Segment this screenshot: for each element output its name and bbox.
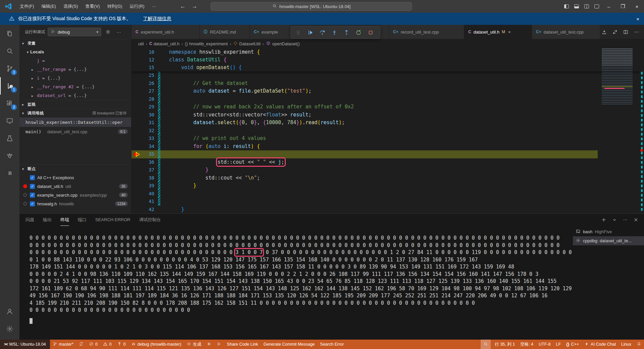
code-line[interactable]: 28 <box>131 95 644 103</box>
forward-button[interactable]: → <box>192 3 197 10</box>
scope-locals[interactable]: ▾Locals <box>19 48 131 56</box>
status-share-code-link[interactable]: Share Code Link <box>224 340 261 349</box>
status-search-error[interactable]: Search Error <box>317 340 346 349</box>
code-line[interactable]: 12class DatasetUtil { <box>131 56 644 64</box>
panel-tab-问题[interactable]: 问题 <box>25 214 34 226</box>
grip-icon[interactable] <box>293 28 304 38</box>
breadcrumb-item[interactable]: Cdataset_util.h <box>149 41 179 46</box>
plus-icon[interactable] <box>600 216 608 224</box>
status-linux[interactable]: Linux <box>619 340 634 349</box>
gutter[interactable]: 27 <box>131 87 169 95</box>
gutter[interactable]: 31 <box>131 119 169 127</box>
activity-letter-b-icon[interactable]: B <box>0 164 19 182</box>
code-line[interactable]: 30 std::vector<std::vector<float>> resul… <box>131 111 644 119</box>
gutter[interactable]: 26 <box>131 80 169 88</box>
code-editor[interactable]: 10namespace hnswlib_experiment {12class … <box>131 48 644 213</box>
step-over-icon[interactable] <box>317 28 328 38</box>
gutter[interactable]: 12 <box>131 56 169 64</box>
panel-tab-输出[interactable]: 输出 <box>43 214 52 226</box>
code-line[interactable]: 37 } <box>131 166 644 174</box>
panel-tab-调试控制台[interactable]: 调试控制台 <box>139 214 161 226</box>
section-breakpoints[interactable]: ▾断点 <box>19 164 131 173</box>
gutter[interactable]: 40 <box>131 190 169 198</box>
compare-changes-icon[interactable] <box>610 28 619 36</box>
code-line[interactable]: 41 <box>131 198 644 206</box>
menu-item[interactable]: 编辑(E) <box>38 4 60 9</box>
back-button[interactable]: ← <box>180 3 185 10</box>
toggle-secondary-sidebar-icon[interactable] <box>582 0 592 13</box>
section-watch[interactable]: ▸监视 <box>19 100 131 109</box>
menu-item[interactable]: 转到(G) <box>104 4 126 9</box>
terminal-list-item[interactable]: bashHighFive <box>573 227 644 236</box>
status-bell-icon[interactable] <box>634 340 644 349</box>
status-braces-icon[interactable]: {}C++ <box>564 340 582 349</box>
code-line[interactable]: 25 <box>131 71 644 80</box>
status-warning-icon[interactable]: 0 <box>100 340 114 349</box>
variable-row[interactable]: ▸dataset_url = {...} <box>19 91 131 100</box>
minimize-button[interactable]: – <box>602 0 616 13</box>
activity-files-icon[interactable] <box>0 25 19 42</box>
status--4[interactable]: 空格: 4 <box>518 340 536 349</box>
terminal-list-item[interactable]: cppdbg: dataset_util_te... <box>573 236 644 245</box>
minimap[interactable] <box>602 48 633 105</box>
split-editor-icon[interactable] <box>621 28 630 36</box>
restart-icon[interactable] <box>353 28 364 38</box>
activity-extensions-icon[interactable]: 3 <box>0 95 19 112</box>
status-magnifier-icon[interactable] <box>481 340 491 349</box>
variable-row[interactable]: ▸__for_range #2 = {...} <box>19 83 131 91</box>
breadcrumb-item[interactable]: DatasetUtil <box>233 41 261 47</box>
code-line[interactable]: 31 dataset.select({0, 0}, {10000, 784}).… <box>131 119 644 127</box>
panel-tab-端口[interactable]: 端口 <box>78 214 87 226</box>
status-gear-icon[interactable]: 生成 <box>184 340 204 349</box>
customize-layout-icon[interactable] <box>592 0 602 13</box>
gutter[interactable]: 39 <box>131 182 169 190</box>
status-broadcast-icon[interactable]: 0 <box>114 340 128 349</box>
continue-icon[interactable] <box>305 28 316 38</box>
gutter[interactable]: 38 <box>131 174 169 182</box>
status-utf-8[interactable]: UTF-8 <box>536 340 553 349</box>
section-variables[interactable]: ▾变量 <box>19 39 131 48</box>
status-debug-icon[interactable]: debug (hnswlib-master) <box>128 340 184 349</box>
panel-tab-SEARCH ERROR[interactable]: SEARCH ERROR <box>95 214 130 226</box>
run-below-icon[interactable] <box>600 28 608 36</box>
code-line[interactable]: 10namespace hnswlib_experiment { <box>131 48 644 56</box>
status-play-outline-icon[interactable] <box>214 340 224 349</box>
status-generate-commit-message[interactable]: Generate Commit Message <box>261 340 317 349</box>
step-into-icon[interactable] <box>329 28 340 38</box>
restore-button[interactable]: ❐ <box>616 0 630 13</box>
gutter[interactable]: 32 <box>131 127 169 135</box>
banner-close-icon[interactable]: × <box>636 16 639 22</box>
breakpoint-row[interactable]: ✓example_search.cppexamples/cpp40 <box>19 191 131 199</box>
gutter[interactable]: 15 <box>131 64 169 71</box>
breakpoint-row[interactable]: ✓dataset_util.hutil35 <box>19 182 131 191</box>
menu-item[interactable]: 文件(F) <box>16 4 38 9</box>
activity-search-icon[interactable] <box>0 42 19 60</box>
gutter[interactable]: 36 <box>131 158 169 166</box>
terminal-output[interactable]: 0 0 0 0 0 0 0 0 0 0 0 0 0 0 0 0 0 0 0 0 … <box>19 226 573 340</box>
breakpoint-checkbox[interactable]: ✓ <box>30 201 35 206</box>
variable-row[interactable]: ▸i = {...} <box>19 74 131 83</box>
stack-frame-row[interactable]: hnswlib_experiment::DatasetUtil::oper <box>19 117 131 127</box>
gutter[interactable]: 25 <box>131 71 169 80</box>
menu-item[interactable]: ··· <box>148 4 160 9</box>
close-window-button[interactable]: × <box>630 0 644 13</box>
status-error-icon[interactable]: 0 <box>86 340 100 349</box>
menu-item[interactable]: 运行(R) <box>126 4 148 9</box>
gutter[interactable]: 30 <box>131 111 169 119</box>
stop-icon[interactable] <box>365 28 376 38</box>
activity-source-control-icon[interactable]: 3 <box>0 60 19 77</box>
code-line[interactable]: 38 std::cout << "\n"; <box>131 174 644 182</box>
chevron-down-icon[interactable] <box>610 216 619 224</box>
code-line[interactable]: 27 auto dataset = file.getDataSet("test"… <box>131 87 644 95</box>
command-center-search[interactable]: hnswlib-master [WSL: Ubuntu-18.04] <box>211 2 412 11</box>
close-tab-icon[interactable]: × <box>508 30 511 35</box>
more-actions-icon[interactable] <box>621 216 629 224</box>
step-out-icon[interactable] <box>341 28 352 38</box>
activity-run-debug-icon[interactable]: 1 <box>0 77 19 95</box>
activity-remote-explorer-icon[interactable] <box>0 112 19 130</box>
gutter[interactable]: 37 <box>131 166 169 174</box>
gutter[interactable]: 10 <box>131 48 169 56</box>
status-lf[interactable]: LF <box>553 340 564 349</box>
tab-record-util-test-cpp[interactable]: C+record_util_test.cpp <box>389 25 464 39</box>
gutter[interactable]: 42 <box>131 206 169 214</box>
